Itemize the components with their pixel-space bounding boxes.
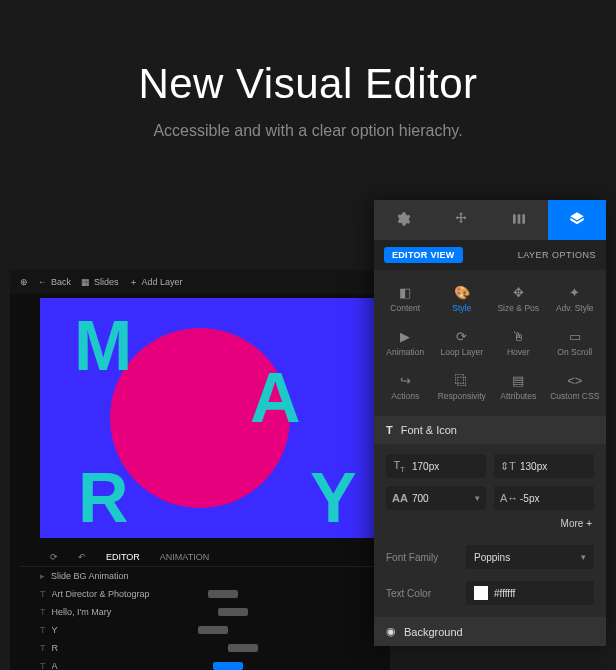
timeline-row[interactable]: TY: [20, 621, 380, 639]
layer-option-grid: ◧Content 🎨Style ✥Size & Pos ✦Adv. Style …: [374, 270, 606, 416]
opt-content[interactable]: ◧Content: [378, 278, 433, 320]
chevron-down-icon: ▾: [475, 493, 480, 503]
tab-settings[interactable]: [374, 200, 432, 240]
opt-animation[interactable]: ▶Animation: [378, 322, 433, 364]
section-font-icon[interactable]: T Font & Icon: [374, 416, 606, 444]
more-toggle[interactable]: More +: [374, 516, 606, 539]
opt-attributes[interactable]: ▤Attributes: [491, 366, 546, 408]
main-tabs: [374, 200, 606, 240]
font-family-label: Font Family: [386, 552, 456, 563]
letter-spacing-input[interactable]: A↔-5px: [494, 486, 594, 510]
loop-icon: ⟳: [455, 330, 469, 344]
section-title: Font & Icon: [401, 424, 457, 436]
tab-layers[interactable]: [548, 200, 606, 240]
code-icon: <>: [568, 374, 582, 388]
layer-letter-y[interactable]: Y: [310, 458, 357, 538]
timeline-row[interactable]: ▸Slide BG Animation: [20, 567, 380, 585]
line-height-input[interactable]: ⇕T130px: [494, 454, 594, 478]
sparkle-icon: ✦: [568, 286, 582, 300]
section-title: Background: [404, 626, 463, 638]
scroll-icon: ▭: [568, 330, 582, 344]
opt-custom-css[interactable]: <>Custom CSS: [548, 366, 603, 408]
editor-topbar: ⊕ ← Back ▦ Slides ＋ Add Layer: [10, 270, 390, 294]
layer-options-tab[interactable]: LAYER OPTIONS: [518, 250, 596, 260]
opt-scroll[interactable]: ▭On Scroll: [548, 322, 603, 364]
letter-spacing-icon: A↔: [500, 492, 514, 504]
slides-label: Slides: [94, 277, 119, 287]
line-height-icon: ⇕T: [500, 460, 514, 473]
tab-navigation[interactable]: [432, 200, 490, 240]
opt-responsivity[interactable]: ⿻Responsivity: [435, 366, 490, 408]
tab-animation[interactable]: ANIMATION: [160, 552, 209, 562]
timeline-row[interactable]: TArt Director & Photograp: [20, 585, 380, 603]
font-weight-icon: AA: [392, 492, 406, 504]
background-icon: ◉: [386, 625, 396, 638]
slide-canvas[interactable]: M A R Y: [40, 298, 380, 538]
move-icon: [453, 211, 469, 229]
editor-window: ⊕ ← Back ▦ Slides ＋ Add Layer M A R Y ⟳↶…: [10, 270, 390, 670]
editor-view-tab[interactable]: EDITOR VIEW: [384, 247, 463, 263]
text-color-label: Text Color: [386, 588, 456, 599]
opt-actions[interactable]: ↪Actions: [378, 366, 433, 408]
move-icon: ✥: [511, 286, 525, 300]
slides-button[interactable]: ▦ Slides: [81, 277, 119, 287]
back-label: Back: [51, 277, 71, 287]
share-icon: ↪: [398, 374, 412, 388]
svg-rect-0: [513, 214, 516, 223]
page-subtitle: Accessible and with a clear option hiera…: [0, 122, 616, 140]
opt-adv-style[interactable]: ✦Adv. Style: [548, 278, 603, 320]
layer-letter-a[interactable]: A: [250, 358, 301, 438]
document-icon: ▤: [511, 374, 525, 388]
text-icon: T: [386, 424, 393, 436]
palette-icon: 🎨: [455, 286, 469, 300]
tab-slide[interactable]: [490, 200, 548, 240]
timeline-row[interactable]: TA: [20, 657, 380, 670]
font-size-icon: TT: [392, 459, 406, 473]
columns-icon: [511, 211, 527, 229]
svg-rect-1: [518, 214, 521, 223]
timeline-panel: ⟳↶ EDITOR ANIMATION ▸Slide BG Animation …: [10, 548, 390, 670]
timeline-row[interactable]: TR: [20, 639, 380, 657]
square-icon: ◧: [398, 286, 412, 300]
section-background[interactable]: ◉ Background: [374, 617, 606, 646]
mouse-icon: 🖱: [511, 330, 525, 344]
options-panel: EDITOR VIEW LAYER OPTIONS ◧Content 🎨Styl…: [374, 200, 606, 646]
svg-rect-2: [522, 214, 525, 223]
gear-icon: [395, 211, 411, 229]
opt-size-pos[interactable]: ✥Size & Pos: [491, 278, 546, 320]
color-swatch[interactable]: [474, 586, 488, 600]
text-color-input[interactable]: #ffffff: [466, 581, 594, 605]
page-title: New Visual Editor: [0, 60, 616, 108]
play-icon: ▶: [398, 330, 412, 344]
wp-icon: ⊕: [20, 277, 28, 287]
add-layer-button[interactable]: ＋ Add Layer: [129, 276, 183, 289]
font-family-select[interactable]: Poppins ▾: [466, 545, 594, 569]
timeline-row[interactable]: THello, I'm Mary: [20, 603, 380, 621]
layer-letter-r[interactable]: R: [78, 458, 129, 538]
opt-loop[interactable]: ⟳Loop Layer: [435, 322, 490, 364]
opt-hover[interactable]: 🖱Hover: [491, 322, 546, 364]
chevron-down-icon: ▾: [581, 552, 586, 562]
opt-style[interactable]: 🎨Style: [435, 278, 490, 320]
back-button[interactable]: ← Back: [38, 277, 71, 287]
font-size-input[interactable]: TT170px: [386, 454, 486, 478]
devices-icon: ⿻: [455, 374, 469, 388]
layers-icon: [569, 211, 585, 229]
font-weight-input[interactable]: AA700▾: [386, 486, 486, 510]
layer-letter-m[interactable]: M: [74, 306, 132, 386]
tab-editor[interactable]: EDITOR: [106, 552, 140, 562]
add-layer-label: Add Layer: [142, 277, 183, 287]
